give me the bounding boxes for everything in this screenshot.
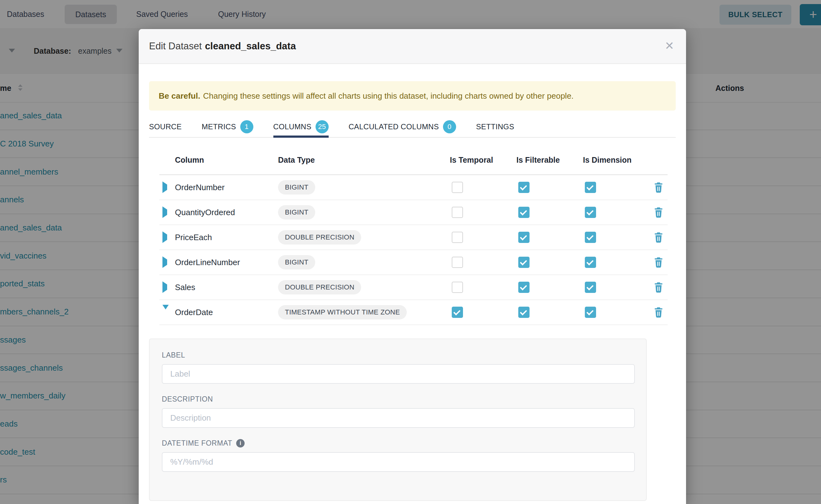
column-row: OrderLineNumber BIGINT [159, 250, 668, 275]
tab-settings[interactable]: SETTINGS [476, 117, 514, 137]
datetime-format-field-group: DATETIME FORMAT i [162, 439, 646, 472]
column-row: OrderDate TIMESTAMP WITHOUT TIME ZONE [159, 300, 668, 325]
column-name: QuantityOrdered [174, 208, 278, 217]
modal-title: Edit Dataset cleaned_sales_data [149, 41, 296, 52]
is-filterable-checkbox[interactable] [518, 207, 530, 218]
collapse-caret-icon[interactable] [162, 305, 169, 315]
tab-label: SETTINGS [476, 122, 514, 131]
delete-column-button[interactable] [650, 182, 668, 193]
datetime-format-input[interactable] [162, 452, 635, 472]
warning-banner-bold: Be careful. [159, 91, 200, 101]
label-input[interactable] [162, 364, 635, 384]
trash-icon [654, 207, 663, 218]
description-field-group: DESCRIPTION [162, 395, 646, 428]
column-row: PriceEach DOUBLE PRECISION [159, 225, 668, 250]
column-row: OrderNumber BIGINT [159, 175, 668, 200]
close-icon[interactable]: ✕ [665, 40, 674, 52]
tab-source[interactable]: SOURCE [149, 117, 181, 137]
info-icon[interactable]: i [236, 439, 245, 447]
is-temporal-checkbox[interactable] [452, 282, 463, 293]
expand-caret-icon[interactable] [162, 281, 167, 293]
is-temporal-header: Is Temporal [450, 156, 517, 165]
is-temporal-checkbox[interactable] [452, 207, 463, 218]
description-input[interactable] [162, 408, 635, 428]
expand-caret-icon[interactable] [162, 181, 167, 193]
is-dimension-checkbox[interactable] [585, 232, 596, 243]
is-temporal-checkbox[interactable] [452, 307, 463, 318]
delete-column-button[interactable] [650, 257, 668, 268]
delete-column-button[interactable] [650, 207, 668, 218]
data-type-pill: BIGINT [278, 180, 315, 195]
data-type-pill: DOUBLE PRECISION [278, 280, 361, 294]
is-temporal-checkbox[interactable] [452, 257, 463, 268]
column-name: PriceEach [174, 233, 278, 242]
is-filterable-checkbox[interactable] [518, 182, 530, 193]
edit-dataset-modal: Edit Dataset cleaned_sales_data ✕ Be car… [139, 29, 686, 504]
trash-icon [654, 307, 663, 318]
is-dimension-checkbox[interactable] [585, 257, 596, 268]
is-temporal-checkbox[interactable] [452, 182, 463, 193]
description-field-label: DESCRIPTION [162, 395, 646, 403]
is-dimension-checkbox[interactable] [585, 182, 596, 193]
tab-count-badge: 25 [315, 120, 329, 133]
tab-label: COLUMNS [273, 122, 311, 131]
label-field-group: LABEL [162, 351, 646, 384]
datetime-format-field-label: DATETIME FORMAT i [162, 439, 646, 447]
trash-icon [654, 257, 663, 268]
tab-label: SOURCE [149, 122, 181, 131]
tab-label: CALCULATED COLUMNS [349, 122, 439, 131]
data-type-header: Data Type [278, 156, 450, 165]
delete-column-button[interactable] [650, 232, 668, 243]
trash-icon [654, 282, 663, 293]
column-name: OrderLineNumber [174, 258, 278, 267]
tab-count-badge: 1 [240, 120, 253, 133]
expand-caret-icon[interactable] [162, 206, 167, 218]
delete-column-button[interactable] [650, 307, 668, 318]
column-name: Sales [174, 283, 278, 292]
is-filterable-checkbox[interactable] [518, 257, 530, 268]
expand-caret-icon[interactable] [162, 256, 167, 268]
columns-table-header: Column Data Type Is Temporal Is Filterab… [159, 138, 668, 175]
modal-title-prefix: Edit Dataset [149, 41, 202, 52]
warning-banner-text: Changing these settings will affect all … [203, 91, 574, 101]
is-dimension-header: Is Dimension [583, 156, 650, 165]
is-filterable-checkbox[interactable] [518, 282, 530, 293]
expand-caret-icon[interactable] [162, 231, 167, 243]
label-field-label: LABEL [162, 351, 646, 359]
is-dimension-checkbox[interactable] [585, 307, 596, 318]
tab-metrics[interactable]: METRICS 1 [201, 117, 253, 137]
tab-columns[interactable]: COLUMNS 25 [273, 117, 329, 137]
modal-title-dataset-name: cleaned_sales_data [205, 41, 296, 52]
column-detail-panel: LABEL DESCRIPTION DATETIME FORMAT i [149, 338, 647, 501]
data-type-pill: DOUBLE PRECISION [278, 230, 361, 245]
is-temporal-checkbox[interactable] [452, 232, 463, 243]
is-filterable-checkbox[interactable] [518, 232, 530, 243]
tab-label: METRICS [201, 122, 236, 131]
warning-banner: Be careful. Changing these settings will… [149, 81, 676, 111]
is-filterable-checkbox[interactable] [518, 307, 530, 318]
modal-header: Edit Dataset cleaned_sales_data ✕ [139, 29, 686, 64]
data-type-pill: BIGINT [278, 255, 315, 269]
column-name: OrderNumber [174, 183, 278, 192]
trash-icon [654, 232, 663, 243]
tab-calculated-columns[interactable]: CALCULATED COLUMNS 0 [349, 117, 456, 137]
screen: Databases Datasets Saved Queries Query H… [0, 0, 821, 504]
delete-column-button[interactable] [650, 282, 668, 293]
column-name: OrderDate [174, 308, 278, 317]
is-filterable-header: Is Filterable [517, 156, 583, 165]
is-dimension-checkbox[interactable] [585, 207, 596, 218]
column-row: Sales DOUBLE PRECISION [159, 275, 668, 300]
column-header: Column [174, 156, 278, 165]
data-type-pill: TIMESTAMP WITHOUT TIME ZONE [278, 305, 407, 319]
modal-body: Be careful. Changing these settings will… [139, 81, 686, 501]
columns-table: Column Data Type Is Temporal Is Filterab… [159, 138, 668, 325]
column-row: QuantityOrdered BIGINT [159, 200, 668, 225]
trash-icon [654, 182, 663, 193]
data-type-pill: BIGINT [278, 205, 315, 220]
is-dimension-checkbox[interactable] [585, 282, 596, 293]
modal-tabs: SOURCE METRICS 1 COLUMNS 25 CALCULATED C… [149, 111, 676, 138]
tab-count-badge: 0 [443, 120, 456, 133]
